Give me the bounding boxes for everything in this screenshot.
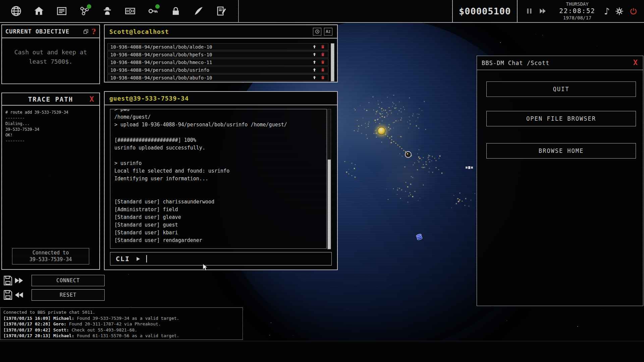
connect-row: CONNECT: [3, 275, 105, 286]
upload-icon[interactable]: [312, 60, 317, 65]
scrollbar[interactable]: [331, 43, 334, 81]
delete-icon[interactable]: [320, 67, 325, 72]
text-cursor: [146, 255, 147, 262]
reset-button[interactable]: RESET: [32, 289, 105, 301]
fast-forward-icon[interactable]: [538, 7, 547, 15]
connect-button[interactable]: CONNECT: [32, 275, 105, 286]
trace-line: OK!: [5, 132, 96, 138]
terminal-window: guest@39-533-7539-34 > pwd/home/guest/> …: [104, 91, 338, 270]
server-stack-icon[interactable]: [415, 233, 423, 241]
file-row[interactable]: 10-936-4088-94/personal/bob/hmeco-11: [107, 59, 328, 66]
system-icons: ♪: [600, 7, 644, 16]
trace-line: --------: [5, 115, 96, 121]
key-icon[interactable]: [146, 4, 160, 18]
scrollbar[interactable]: [327, 109, 331, 249]
browse-home-button[interactable]: BROWSE HOME: [486, 143, 636, 159]
terminal-line: /home/guest/: [114, 113, 322, 121]
save-rewind-icon: [3, 290, 24, 300]
close-icon[interactable]: X: [631, 58, 640, 67]
objective-text: Cash out and keep at least 7500$.: [2, 38, 99, 66]
pause-icon[interactable]: [525, 7, 534, 15]
trace-status-line: Connected to: [13, 250, 88, 256]
terminal-line: [Administrator] field: [114, 206, 322, 214]
pen-icon[interactable]: [191, 4, 206, 18]
sort-alpha-button[interactable]: Az: [324, 28, 332, 36]
newspaper-icon[interactable]: [54, 4, 69, 18]
scrollbar-thumb[interactable]: [328, 160, 331, 249]
terminal-line: [114, 183, 322, 190]
terminal-line: [Standard user] charissaunderwood: [114, 198, 322, 206]
bbs-log-line: [1978/08/17 09:42] Scott: Check out 55-4…: [3, 327, 239, 333]
power-icon[interactable]: [629, 7, 638, 16]
trace-status-box: Connected to 39-533-7539-34: [12, 248, 89, 264]
delete-icon[interactable]: [320, 60, 325, 65]
trace-path-panel: TRACE PATH X # route add 39-533-7539-34-…: [1, 93, 100, 270]
help-icon[interactable]: ?: [92, 27, 96, 36]
music-icon[interactable]: ♪: [604, 7, 610, 16]
settings-gear-icon[interactable]: [615, 7, 624, 16]
agent-icon[interactable]: [100, 4, 115, 18]
terminal-line: [114, 190, 322, 198]
time-label: 22:08:52: [559, 7, 595, 15]
terminal-line: [####################] 100%: [114, 136, 322, 144]
notes-icon[interactable]: [214, 4, 229, 18]
home-icon[interactable]: [32, 4, 46, 18]
terminal-line: [Standard user] gleave: [114, 214, 322, 221]
terminal-title: guest@39-533-7539-34: [109, 95, 189, 102]
file-row[interactable]: 10-936-4088-94/personal/bob/abufo-10: [107, 74, 328, 81]
money-display: $00005100: [452, 0, 518, 22]
terminal-line: Identifying user information...: [114, 175, 322, 183]
map-node-target[interactable]: [405, 151, 412, 158]
upload-icon[interactable]: [312, 67, 317, 72]
trace-header: TRACE PATH X: [2, 93, 99, 106]
scrollbar-thumb[interactable]: [331, 44, 334, 81]
weekday-label: THURSDAY: [566, 1, 588, 7]
lock-icon[interactable]: [168, 4, 183, 18]
bbs-log-line: [1978/08/17 02:28] Goro: Found 20-311-17…: [3, 321, 239, 327]
open-file-browser-button[interactable]: OPEN FILE BROWSER: [486, 111, 636, 126]
file-window-header: Scott@localhost Az: [105, 25, 337, 39]
file-path: 10-936-4088-94/personal/bob/alode-10: [110, 44, 212, 50]
popout-icon[interactable]: [83, 28, 89, 35]
upload-icon[interactable]: [312, 44, 317, 49]
delete-icon[interactable]: [320, 44, 325, 49]
file-window-title: Scott@localhost: [109, 28, 169, 35]
current-objective-panel: CURRENT OBJECTIVE ? Cash out and keep at…: [1, 24, 100, 84]
terminal-line: [114, 152, 322, 160]
bbs-log-panel: Connected to BBS private chat 5011. [197…: [0, 307, 243, 340]
game-screen: $00005100 THURSDAY 22:08:52 1978/08/17 ♪: [0, 0, 644, 362]
sort-time-icon[interactable]: [313, 28, 321, 36]
file-path: 10-936-4088-94/personal/bob/abufo-10: [110, 75, 212, 80]
terminal-line: > upload 10-936-4088-94/personal/bob/usr…: [114, 121, 322, 129]
terminal-line: [114, 129, 322, 136]
chat-window-title: BBS-DM Chat /Scott: [482, 60, 549, 66]
date-label: 1978/08/17: [563, 15, 591, 21]
close-icon[interactable]: X: [88, 95, 96, 104]
bbs-log-intro: Connected to BBS private chat 5011.: [3, 309, 239, 315]
cli-label: CLI: [116, 255, 130, 263]
globe-icon[interactable]: [9, 4, 23, 18]
file-row[interactable]: 10-936-4088-94/personal/bob/alode-10: [107, 43, 328, 50]
satellite-icon[interactable]: [466, 165, 473, 170]
top-toolbar: $00005100 THURSDAY 22:08:52 1978/08/17 ♪: [0, 0, 644, 23]
terminal-line: [Standard user] kbari: [114, 229, 322, 237]
upload-icon[interactable]: [312, 75, 317, 80]
trace-log: # route add 39-533-7539-34--------Dialin…: [2, 106, 99, 148]
network-icon[interactable]: [77, 4, 92, 18]
file-row[interactable]: 10-936-4088-94/personal/bob/usrinfo: [107, 66, 328, 73]
map-node-source[interactable]: [378, 127, 385, 135]
quit-button[interactable]: QUIT: [486, 81, 636, 97]
notification-badge: [155, 4, 160, 9]
cli-input[interactable]: CLI: [110, 252, 332, 265]
file-row[interactable]: 10-936-4088-94/personal/bob/hpefs-10: [107, 51, 328, 58]
delete-icon[interactable]: [320, 52, 325, 57]
trace-line: # route add 39-533-7539-34: [5, 110, 96, 115]
chat-window-header: BBS-DM Chat /Scott X: [477, 56, 643, 70]
delete-icon[interactable]: [320, 75, 325, 80]
bbs-dm-chat-window: BBS-DM Chat /Scott X QUIT OPEN FILE BROW…: [477, 56, 643, 306]
time-controls: [518, 7, 554, 15]
banknote-icon[interactable]: [123, 4, 138, 18]
terminal-header: guest@39-533-7539-34: [105, 92, 337, 105]
upload-icon[interactable]: [312, 52, 317, 57]
terminal-output: > pwd/home/guest/> upload 10-936-4088-94…: [110, 109, 327, 249]
